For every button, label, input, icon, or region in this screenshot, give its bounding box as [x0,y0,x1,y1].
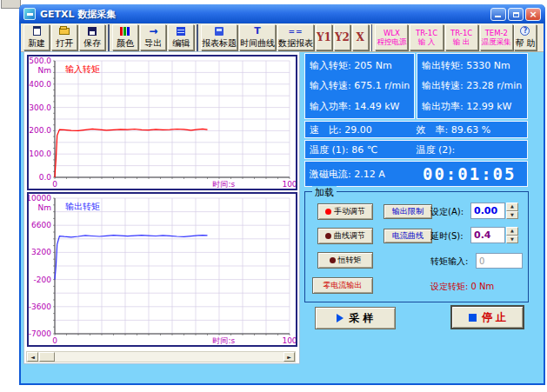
svg-text:400.0: 400.0 [29,80,51,89]
output-torque-plot: 1000066003200-200-3600-7000Nm0100时间:s输出转… [29,194,296,345]
spin-down-button[interactable]: ▼ [506,211,518,220]
spin-down-button[interactable]: ▼ [506,236,518,244]
spin-up-button[interactable]: ▲ [506,203,518,211]
screen: GETXL 数据采集 × 新建 打开 保存 颜色 [0,0,547,392]
scroll-right-button[interactable]: ► [284,352,295,362]
stop-button[interactable]: 停 止 [450,305,524,329]
set-current-label: 设定(A): [430,206,464,218]
charts-panel: 500.0400.0300.0200.0100.00.0Nm0100时间:s输入… [23,51,300,364]
svg-text:Nm: Nm [38,203,52,212]
close-icon: × [526,9,540,20]
svg-text:Nm: Nm [38,66,52,75]
set-current-input[interactable] [470,203,505,219]
svg-text:3200: 3200 [31,248,51,256]
tr1c-input-button[interactable]: TR-1C 输 入 [410,24,443,50]
svg-text:100: 100 [282,180,296,189]
scrollbar-thumb[interactable] [39,352,55,362]
output-torque-field: 输出转矩: 5330 Nm [422,59,523,72]
scroll-left-button[interactable]: ◄ [27,352,38,362]
edit-button[interactable]: 编辑 [168,24,194,50]
restore-icon [513,12,519,17]
color-button[interactable]: 颜色 [112,24,138,50]
temperature2-field: 温度 (2): [417,143,524,156]
titlebar: GETXL 数据采集 × [19,4,545,23]
delay-input[interactable] [470,227,505,243]
app-icon [23,8,36,20]
horizontal-scrollbar[interactable]: ◄ ► [26,351,296,362]
scrollbar-track[interactable] [55,352,284,362]
toolbar-separator [108,24,110,51]
output-torque-chart: 1000066003200-200-3600-7000Nm0100时间:s输出转… [27,192,297,347]
taskbar-fragment [1,0,21,9]
minimize-button[interactable] [490,8,506,21]
spin-up-button[interactable]: ▲ [506,227,518,236]
excitation-current-field: 激磁电流: 2.12 A [310,168,417,181]
input-torque-plot: 500.0400.0300.0200.0100.00.0Nm0100时间:s输入… [29,56,296,189]
radio-dot-icon [325,233,331,239]
time-curve-icon: T [254,26,261,37]
zero-current-output-button[interactable]: 零电流输出 [312,277,373,294]
edit-list-icon [177,26,185,37]
input-torque-field: 输入转矩: 205 Nm [310,59,410,72]
output-limit-button[interactable]: 输出限制 [384,204,432,219]
input-measurements-box: 输入转矩: 205 Nm 输入转速: 675.1 r/min 输入功率: 14.… [304,53,415,119]
window-controls: × [490,8,541,21]
torque-input-field[interactable] [476,253,523,269]
efficiency-field: 效 率: 89.63 % [417,123,524,136]
new-button[interactable]: 新建 [23,24,50,50]
tem2-temperature-button[interactable]: TEM-2 温度采集 [480,24,513,50]
help-question-icon: ? [520,26,530,37]
speed-ratio-field: 速 比: 29.00 [310,123,417,136]
input-torque-chart: 500.0400.0300.0200.0100.00.0Nm0100时间:s输入… [27,55,297,190]
close-button[interactable]: × [525,8,541,21]
report-title-button[interactable]: 报表标题 [201,24,237,50]
svg-text:时间:s: 时间:s [213,336,236,345]
open-folder-icon [59,26,70,37]
time-curve-button[interactable]: T 时间曲线 [239,24,276,50]
x-axis-button[interactable]: X [352,24,369,50]
output-speed-field: 输出转速: 23.28 r/min [422,79,523,92]
svg-text:0.0: 0.0 [39,173,52,182]
current-curve-button[interactable]: 电流曲线 [384,229,432,243]
save-button[interactable]: 保存 [79,24,105,50]
excitation-timer-box: 激磁电流: 2.12 A 00:01:05 [304,161,528,187]
output-measurements-box: 输出转矩: 5330 Nm 输出转速: 23.28 r/min 输出功率: 12… [417,53,528,119]
tr1c-output-button[interactable]: TR-1C 输 出 [445,24,478,50]
load-groupbox: 加载 手动调节 曲线调节 恒转矩 零电流输出 输出限制 电流曲线 [304,191,529,302]
help-button[interactable]: ? 帮 助 [514,24,537,50]
sample-button[interactable]: 采 样 [315,307,396,329]
svg-text:-3600: -3600 [29,302,51,311]
set-torque-field: 设定转矩: 0 Nm [430,281,494,293]
input-speed-field: 输入转速: 675.1 r/min [310,79,410,92]
svg-text:6600: 6600 [31,221,51,229]
new-document-icon [33,26,41,37]
delay-spinner: ▲ ▼ [506,227,518,243]
report-title-icon [215,26,223,37]
toolbar-separator [371,24,373,51]
toolbar-separator [197,24,198,51]
torque-input-label: 转矩输入: [430,256,468,268]
restore-button[interactable] [508,8,524,21]
open-button[interactable]: 打开 [51,24,77,50]
temperature-box: 温度 (1): 86 ℃ 温度 (2): [304,140,528,159]
data-report-button[interactable]: == 数据报表 [277,24,314,50]
minimize-icon [495,16,501,17]
manual-adjust-button[interactable]: 手动调节 [317,203,373,220]
play-icon [337,314,344,322]
output-power-field: 输出功率: 12.99 kW [422,100,523,113]
input-power-field: 输入功率: 14.49 kW [310,100,410,113]
export-button[interactable]: → 导出 [140,24,166,50]
delay-spinedit: ▲ ▼ [470,227,518,243]
svg-text:-7000: -7000 [29,329,51,338]
save-floppy-icon [88,26,97,37]
window-title: GETXL 数据采集 [40,8,116,21]
y2-axis-button[interactable]: Y2 [334,24,350,50]
y1-axis-button[interactable]: Y1 [316,24,332,50]
wlx-power-button[interactable]: WLX 程控电源 [375,24,408,50]
stop-icon [469,314,477,322]
temperature1-field: 温度 (1): 86 ℃ [310,143,417,156]
app-window: GETXL 数据采集 × 新建 打开 保存 颜色 [19,4,545,385]
curve-adjust-button[interactable]: 曲线调节 [317,228,373,244]
constant-torque-button[interactable]: 恒转矩 [317,252,373,269]
svg-text:100: 100 [282,336,296,345]
